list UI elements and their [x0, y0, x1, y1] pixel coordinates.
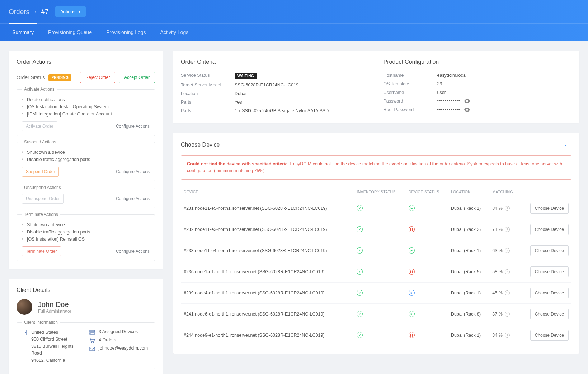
choose-device-button[interactable]: Choose Device: [530, 266, 569, 277]
choose-device-button[interactable]: Choose Device: [530, 203, 569, 214]
action-group: Unsuspend ActionsUnsuspend OrderConfigur…: [17, 185, 155, 208]
client-stat[interactable]: 3 Assigned Devices: [89, 329, 150, 335]
client-stat-text: 3 Assigned Devices: [99, 329, 138, 334]
choose-device-button[interactable]: Choose Device: [530, 288, 569, 298]
play-circle-icon: [409, 205, 415, 211]
help-icon[interactable]: [505, 333, 510, 338]
chevron-right-icon: ›: [34, 9, 36, 15]
table-header: MATCHING: [489, 186, 520, 198]
action-item[interactable]: [IPMI Integration] Create Operator Accou…: [22, 110, 150, 118]
choose-device-button[interactable]: Choose Device: [530, 245, 569, 256]
criteria-key: Parts: [181, 108, 235, 113]
config-row: OS Template39: [384, 80, 572, 88]
svg-rect-1: [24, 331, 24, 331]
action-item[interactable]: Shutdown a device: [22, 221, 150, 228]
check-circle-icon: [357, 311, 363, 317]
client-address-line: 950 Clifford Street: [31, 336, 82, 343]
device-cell[interactable]: #231 node11-e5-north1.ironserver.net (SS…: [181, 198, 354, 219]
device-cell[interactable]: #232 node11-e3-north1.ironserver.net (SS…: [181, 219, 354, 240]
check-circle-icon: [357, 290, 363, 296]
table-row: #231 node11-e5-north1.ironserver.net (SS…: [181, 198, 571, 219]
help-icon[interactable]: [505, 312, 510, 317]
help-icon[interactable]: [505, 290, 510, 295]
table-row: #244 node9-e1-north1.ironserver.net (SSG…: [181, 325, 571, 346]
eye-icon[interactable]: [464, 99, 470, 103]
action-item[interactable]: Disable traffic aggregation ports: [22, 156, 150, 163]
location-cell: Dubai (Rack 1): [448, 282, 489, 303]
actions-dropdown[interactable]: Actions ▼: [55, 6, 86, 17]
device-status-cell: [406, 282, 448, 303]
accept-order-button[interactable]: Accept Order: [119, 72, 155, 83]
reject-order-button[interactable]: Reject Order: [80, 72, 115, 83]
tab-summary[interactable]: Summary: [9, 24, 37, 41]
configure-actions-link[interactable]: Configure Actions: [116, 249, 150, 254]
choose-device-button[interactable]: Choose Device: [530, 309, 569, 319]
action-item[interactable]: [OS Installation] Install Operating Syst…: [22, 103, 150, 110]
order-status-label: Order Status: [17, 75, 45, 80]
activate-order-button: Activate Order: [22, 121, 57, 131]
configure-actions-link[interactable]: Configure Actions: [116, 124, 150, 129]
location-cell: Dubai (Rack 1): [448, 325, 489, 346]
menu-dots-icon[interactable]: ⋯: [565, 141, 571, 149]
action-list: Delete notifications[OS Installation] In…: [22, 96, 150, 118]
action-cell: Choose Device: [520, 219, 571, 240]
breadcrumb: Orders › #7: [9, 8, 49, 16]
matching-value: 45 %: [492, 290, 503, 295]
matching-value: 63 %: [492, 248, 503, 253]
client-name[interactable]: John Doe: [38, 300, 71, 309]
choose-device-button[interactable]: Choose Device: [530, 330, 569, 341]
device-cell[interactable]: #236 node1-e1-north1.ironserver.net (SSG…: [181, 261, 354, 282]
action-cell: Choose Device: [520, 240, 571, 261]
action-list: Shutdown a deviceDisable traffic aggrega…: [22, 221, 150, 243]
action-group-legend: Activate Actions: [22, 87, 57, 92]
device-table: DEVICEINVENTORY STATUSDEVICE STATUSLOCAT…: [181, 186, 571, 346]
client-address: United States950 Clifford Street3816 Bur…: [22, 329, 82, 364]
tab-provisioning-logs[interactable]: Provisioning Logs: [103, 24, 150, 41]
client-stat[interactable]: 4 Orders: [89, 337, 150, 344]
terminate-order-button[interactable]: Terminate Order: [22, 246, 61, 256]
help-icon[interactable]: [505, 206, 510, 211]
status-badge: WAITING: [235, 73, 257, 79]
choose-device-button[interactable]: Choose Device: [530, 224, 569, 235]
check-circle-icon: [357, 247, 363, 254]
action-list: Shutdown a deviceDisable traffic aggrega…: [22, 149, 150, 163]
choose-device-title: Choose Device: [181, 142, 220, 148]
breadcrumb-root[interactable]: Orders: [9, 8, 29, 16]
action-group: Activate ActionsDelete notifications[OS …: [17, 87, 155, 136]
help-icon[interactable]: [505, 248, 510, 253]
action-item[interactable]: Disable traffic aggregation ports: [22, 228, 150, 236]
help-icon[interactable]: [505, 269, 510, 274]
client-stat-text: 4 Orders: [99, 337, 116, 342]
svg-rect-5: [90, 330, 95, 332]
matching-cell: 84 %: [489, 198, 520, 219]
device-cell[interactable]: #244 node9-e1-north1.ironserver.net (SSG…: [181, 325, 354, 346]
configure-actions-link[interactable]: Configure Actions: [116, 196, 150, 201]
configure-actions-link[interactable]: Configure Actions: [116, 169, 150, 174]
suspend-order-button[interactable]: Suspend Order: [22, 167, 59, 177]
inventory-status-cell: [354, 198, 405, 219]
avatar[interactable]: [17, 299, 32, 315]
client-stat[interactable]: johndoe@easydcim.com: [89, 346, 150, 352]
client-stat-text: johndoe@easydcim.com: [99, 346, 148, 351]
action-group-legend: Unsuspend Actions: [22, 185, 63, 190]
device-cell[interactable]: #233 node11-e4-north1.ironserver.net (SS…: [181, 240, 354, 261]
action-cell: Choose Device: [520, 325, 571, 346]
play-circle-icon: [409, 311, 415, 317]
tab-activity-logs[interactable]: Activity Logs: [157, 24, 192, 41]
criteria-key: Target Server Model: [181, 82, 235, 87]
action-item[interactable]: Shutdown a device: [22, 149, 150, 156]
device-cell[interactable]: #241 node6-e1-north1.ironserver.net (SSG…: [181, 303, 354, 325]
action-item[interactable]: Delete notifications: [22, 96, 150, 103]
help-icon[interactable]: [505, 227, 510, 232]
table-row: #236 node1-e1-north1.ironserver.net (SSG…: [181, 261, 571, 282]
svg-rect-6: [90, 333, 95, 334]
device-cell[interactable]: #239 node4-e1-north1.ironserver.net (SSG…: [181, 282, 354, 303]
tab-provisioning-queue[interactable]: Provisioning Queue: [44, 24, 95, 41]
building-icon: [22, 330, 28, 335]
eye-icon[interactable]: [464, 108, 470, 112]
action-item[interactable]: [OS Installation] Reinstall OS: [22, 236, 150, 243]
check-circle-icon: [357, 269, 363, 275]
inventory-status-cell: [354, 282, 405, 303]
table-header: INVENTORY STATUS: [354, 186, 405, 198]
config-value: ••••••••••••: [437, 107, 572, 112]
